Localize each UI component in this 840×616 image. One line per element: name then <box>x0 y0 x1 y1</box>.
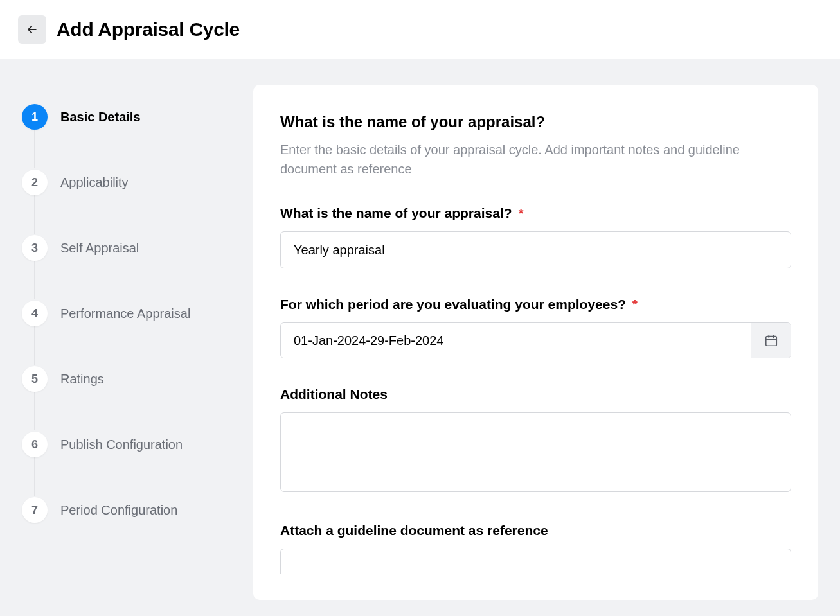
step-period-configuration[interactable]: 7 Period Configuration <box>22 497 234 523</box>
page-title: Add Appraisal Cycle <box>57 19 240 40</box>
form-panel: What is the name of your appraisal? Ente… <box>253 85 818 600</box>
section-title: What is the name of your appraisal? <box>280 113 791 131</box>
field-attach-guideline: Attach a guideline document as reference <box>280 523 791 574</box>
step-connector <box>34 457 35 496</box>
step-number: 3 <box>22 235 48 261</box>
attach-guideline-input[interactable] <box>280 549 791 574</box>
step-label: Period Configuration <box>60 503 177 518</box>
appraisal-name-input[interactable] <box>280 231 791 268</box>
header: Add Appraisal Cycle <box>0 0 840 59</box>
field-label: For which period are you evaluating your… <box>280 297 791 312</box>
sidebar: 1 Basic Details 2 Applicability 3 Self A… <box>22 85 234 523</box>
step-label: Performance Appraisal <box>60 306 190 321</box>
step-list: 1 Basic Details 2 Applicability 3 Self A… <box>22 104 234 523</box>
step-label: Self Appraisal <box>60 241 139 256</box>
calendar-icon <box>764 333 778 348</box>
step-basic-details[interactable]: 1 Basic Details <box>22 104 234 130</box>
step-publish-configuration[interactable]: 6 Publish Configuration <box>22 432 234 457</box>
content: 1 Basic Details 2 Applicability 3 Self A… <box>0 59 840 600</box>
step-performance-appraisal[interactable]: 4 Performance Appraisal <box>22 301 234 326</box>
field-label: Attach a guideline document as reference <box>280 523 791 538</box>
step-label: Applicability <box>60 175 129 190</box>
step-connector <box>34 130 35 168</box>
step-number: 2 <box>22 170 48 195</box>
step-connector <box>34 195 35 234</box>
field-label-text: What is the name of your appraisal? <box>280 206 512 220</box>
field-label: Additional Notes <box>280 387 791 402</box>
field-appraisal-name: What is the name of your appraisal? * <box>280 206 791 268</box>
step-connector <box>34 326 35 365</box>
step-label: Basic Details <box>60 110 141 125</box>
step-number: 5 <box>22 366 48 392</box>
svg-rect-1 <box>765 337 776 346</box>
step-self-appraisal[interactable]: 3 Self Appraisal <box>22 235 234 261</box>
step-applicability[interactable]: 2 Applicability <box>22 170 234 195</box>
field-label-text: For which period are you evaluating your… <box>280 297 626 312</box>
step-number: 1 <box>22 104 48 130</box>
required-asterisk: * <box>632 297 638 312</box>
arrow-left-icon <box>26 23 39 36</box>
calendar-picker-button[interactable] <box>751 323 791 358</box>
field-evaluation-period: For which period are you evaluating your… <box>280 297 791 358</box>
step-connector <box>34 392 35 430</box>
step-number: 7 <box>22 497 48 523</box>
section-description: Enter the basic details of your appraisa… <box>280 140 743 179</box>
required-asterisk: * <box>518 206 523 220</box>
back-button[interactable] <box>18 15 46 44</box>
date-input-wrap <box>280 322 791 358</box>
step-number: 6 <box>22 432 48 457</box>
evaluation-period-input[interactable] <box>281 323 751 358</box>
step-connector <box>34 261 35 299</box>
step-ratings[interactable]: 5 Ratings <box>22 366 234 392</box>
step-label: Ratings <box>60 372 104 387</box>
field-additional-notes: Additional Notes <box>280 387 791 495</box>
step-number: 4 <box>22 301 48 326</box>
field-label: What is the name of your appraisal? * <box>280 206 791 221</box>
step-label: Publish Configuration <box>60 437 183 452</box>
additional-notes-input[interactable] <box>280 412 791 492</box>
